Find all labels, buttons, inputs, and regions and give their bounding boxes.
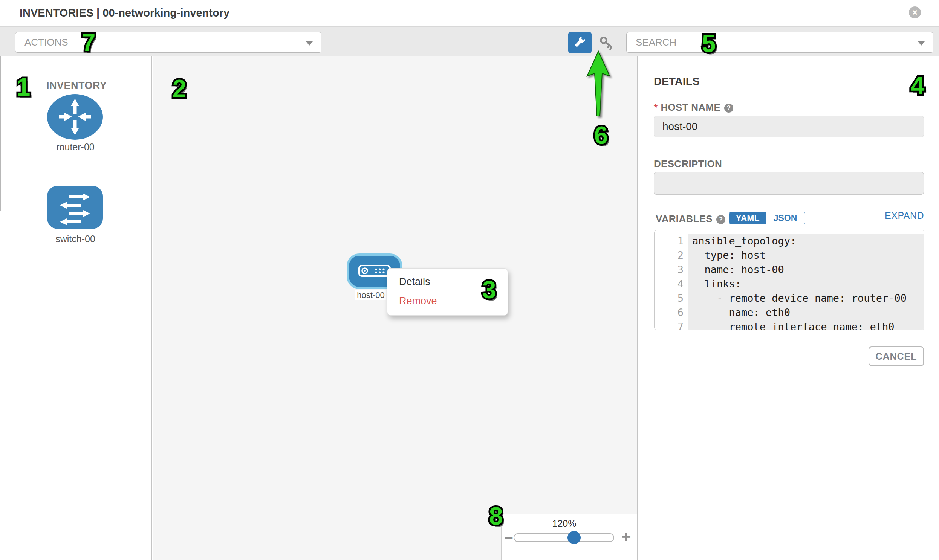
annotation-8: 8	[489, 502, 503, 530]
actions-dropdown-label: ACTIONS	[25, 37, 68, 48]
code-line: 2 type: host	[655, 248, 924, 263]
description-input[interactable]	[654, 172, 924, 195]
variables-format-toggle: YAML JSON	[729, 212, 805, 225]
annotation-6: 6	[594, 121, 608, 149]
header-bar: INVENTORIES | 00-networking-inventory ✕	[0, 0, 939, 27]
close-icon[interactable]: ✕	[909, 6, 921, 18]
variables-label: VARIABLES?	[656, 213, 725, 225]
annotation-5: 5	[702, 29, 716, 58]
page-title: INVENTORIES | 00-networking-inventory	[20, 7, 230, 19]
code-lines: 1ansible_topology: 2 type: host 3 name: …	[655, 230, 924, 330]
code-line: 5 - remote_device_name: router-00	[655, 291, 924, 305]
sidebar-item-switch-label: switch-00	[38, 234, 113, 245]
chevron-down-icon	[306, 42, 313, 46]
inventory-panel-title: INVENTORY	[46, 80, 107, 92]
wrench-icon	[573, 35, 587, 50]
sidebar-item-router[interactable]	[47, 94, 103, 140]
expand-link[interactable]: EXPAND	[848, 210, 924, 221]
sidebar-item-switch[interactable]	[47, 186, 103, 229]
annotation-7: 7	[82, 28, 96, 57]
actions-dropdown[interactable]: ACTIONS	[15, 32, 321, 53]
code-line: 6 name: eth0	[655, 305, 924, 320]
zoom-slider-track[interactable]	[513, 533, 614, 542]
annotation-4: 4	[911, 71, 925, 100]
help-icon[interactable]: ?	[724, 103, 733, 112]
router-icon	[47, 134, 103, 141]
chevron-down-icon	[918, 42, 925, 46]
tab-json[interactable]: JSON	[766, 212, 805, 224]
search-dropdown-label: SEARCH	[636, 37, 676, 48]
sidebar-item-router-label: router-00	[38, 142, 113, 152]
code-line: 4 links:	[655, 277, 924, 291]
help-icon[interactable]: ?	[716, 215, 725, 224]
required-asterisk: *	[654, 102, 657, 113]
annotation-arrow-up-icon	[580, 48, 618, 121]
zoom-in-button[interactable]: +	[618, 528, 635, 545]
variables-code-editor[interactable]: 1ansible_topology: 2 type: host 3 name: …	[654, 230, 924, 330]
host-icon	[358, 265, 391, 278]
zoom-level-value: 120%	[537, 518, 592, 529]
details-panel-title: DETAILS	[654, 75, 700, 88]
tab-yaml[interactable]: YAML	[729, 212, 766, 224]
search-dropdown[interactable]: SEARCH	[626, 32, 933, 53]
code-line: 7 remote_interface_name: eth0	[655, 320, 924, 330]
code-line: 3 name: host-00	[655, 263, 924, 277]
switch-icon	[47, 224, 103, 230]
host-node-label: host-00	[355, 290, 386, 300]
description-label: DESCRIPTION	[654, 158, 722, 170]
annotation-1: 1	[17, 73, 31, 101]
annotation-3: 3	[482, 275, 496, 304]
code-line: 1ansible_topology:	[655, 234, 924, 248]
toolbar: ACTIONS	[0, 27, 939, 57]
host-name-label: *HOST NAME?	[654, 102, 733, 113]
zoom-slider-thumb[interactable]	[567, 531, 581, 544]
cancel-button[interactable]: CANCEL	[868, 346, 924, 366]
host-name-input[interactable]	[654, 115, 924, 137]
annotation-2: 2	[173, 74, 187, 103]
app-window: INVENTORIES | 00-networking-inventory ✕ …	[0, 0, 939, 560]
scrollbar[interactable]	[0, 57, 1, 211]
